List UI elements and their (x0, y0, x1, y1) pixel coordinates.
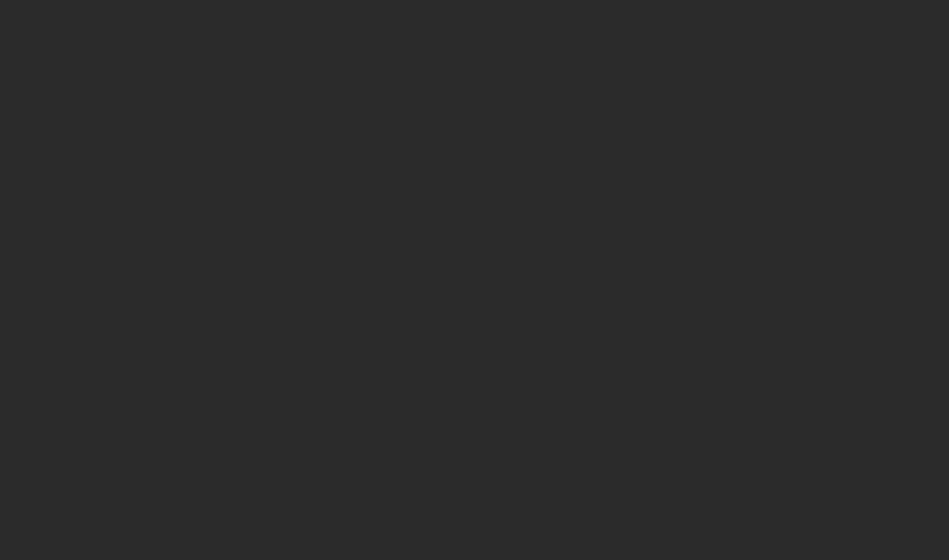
blender-window (0, 0, 949, 560)
